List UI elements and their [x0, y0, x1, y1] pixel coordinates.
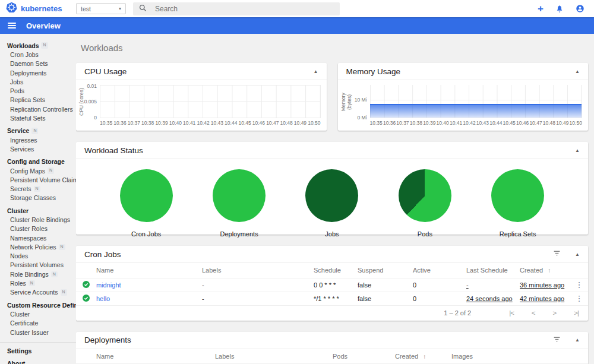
sidebar-item[interactable]: Replication Controllers	[0, 105, 76, 113]
sidebar-item[interactable]: Cluster	[0, 206, 76, 215]
pie-graph	[491, 169, 544, 222]
sidebar-item[interactable]: Ingresses	[0, 135, 76, 144]
sidebar-item[interactable]: Namespaces	[0, 233, 76, 242]
sidebar-item[interactable]: RolesN	[0, 278, 76, 287]
column-header-suspend[interactable]: Suspend	[358, 263, 413, 278]
sidebar-item[interactable]: Role BindingsN	[0, 270, 76, 278]
sidebar-item[interactable]: Services	[0, 144, 76, 153]
sidebar-item[interactable]: Settings	[0, 346, 76, 355]
filter-icon[interactable]	[553, 335, 561, 346]
namespace-value: test	[81, 5, 91, 12]
namespaced-badge: N	[61, 289, 67, 295]
x-tick: 10:38	[410, 120, 422, 126]
sidebar-item[interactable]: Deployments	[0, 68, 76, 77]
search-icon	[139, 4, 147, 14]
sidebar-item[interactable]: SecretsN	[0, 184, 76, 193]
sidebar-item[interactable]: Cluster Roles	[0, 224, 76, 233]
column-header-images[interactable]: Images	[451, 349, 570, 364]
notifications-bell-icon[interactable]	[555, 5, 564, 13]
column-header-name[interactable]: Name	[96, 263, 202, 278]
x-tick: 10:48	[543, 120, 555, 126]
pagination-last-icon[interactable]: >|	[574, 309, 579, 316]
row-menu-dots-icon[interactable]: ⋮	[570, 278, 588, 292]
x-tick: 10:50	[308, 120, 320, 126]
sidebar-item[interactable]: Cron Jobs	[0, 50, 76, 59]
sidebar-item[interactable]: About	[0, 359, 76, 364]
filter-icon[interactable]	[553, 249, 561, 259]
sidebar-item[interactable]: Nodes	[0, 252, 76, 261]
created-value[interactable]: 42 minutes ago	[520, 295, 564, 302]
sidebar-item-label: Service	[7, 127, 29, 134]
sidebar-item-label: Daemon Sets	[10, 60, 48, 67]
brand-name: kubernetes	[21, 4, 62, 13]
sidebar-item[interactable]: WorkloadsN	[0, 41, 76, 50]
y-tick: 0.005	[84, 99, 97, 105]
collapse-caret-icon[interactable]: ▲	[575, 69, 580, 74]
column-header-labels[interactable]: Labels	[215, 349, 333, 364]
column-header-labels[interactable]: Labels	[202, 263, 314, 278]
sort-ascending-icon: ↑	[423, 353, 426, 360]
pie-label: Jobs	[325, 230, 339, 238]
namespaced-badge: N	[34, 186, 40, 192]
sidebar-item[interactable]: Jobs	[0, 77, 76, 86]
column-header-created[interactable]: Created↑	[520, 263, 570, 278]
sidebar-item[interactable]: Daemon Sets	[0, 59, 76, 68]
schedule-cell: 0 0 * * *	[314, 278, 358, 292]
column-header-created[interactable]: Created↑	[395, 349, 451, 364]
last-schedule-value[interactable]: -	[466, 281, 469, 289]
kubernetes-logo-icon	[6, 2, 17, 15]
sidebar-item[interactable]: Config and Storage	[0, 157, 76, 166]
last-schedule-value[interactable]: 24 seconds ago	[466, 295, 513, 302]
sidebar-item[interactable]: Cluster Role Bindings	[0, 215, 76, 224]
column-header-active[interactable]: Active	[413, 263, 466, 278]
sidebar-item[interactable]: Certificate	[0, 319, 76, 328]
created-value[interactable]: 36 minutes ago	[520, 281, 564, 289]
collapse-caret-icon[interactable]: ▲	[575, 148, 580, 153]
sidebar-item[interactable]: Cluster	[0, 309, 76, 318]
row-menu-dots-icon[interactable]: ⋮	[570, 292, 588, 305]
cron-job-name-link[interactable]: hello	[96, 295, 110, 302]
sidebar-item[interactable]: Stateful Sets	[0, 113, 76, 122]
sidebar-item[interactable]: Storage Classes	[0, 194, 76, 202]
sidebar-item-label: Pods	[10, 87, 24, 94]
x-tick: 10:36	[383, 120, 396, 126]
namespace-selector[interactable]: test ▾	[76, 3, 126, 14]
create-resource-button[interactable]: +	[538, 4, 544, 14]
collapse-caret-icon[interactable]: ▲	[575, 337, 580, 343]
sidebar-item[interactable]: Network PoliciesN	[0, 242, 76, 251]
pagination-next-icon[interactable]: >	[553, 309, 557, 316]
x-tick: 10:45	[238, 120, 251, 126]
workload-status-title: Workload Status	[84, 146, 143, 155]
sidebar-item[interactable]: Persistent Volume ClaimsN	[0, 175, 76, 184]
sidebar-item-label: About	[7, 360, 25, 364]
sidebar-item[interactable]: Service AccountsN	[0, 288, 76, 297]
sidebar-item-label: Namespaces	[10, 235, 46, 242]
sidebar-item[interactable]: Replica Sets	[0, 96, 76, 105]
search-input[interactable]	[155, 5, 334, 13]
sidebar-main-items: WorkloadsN Cron Jobs Daemon Sets Deploym…	[0, 41, 76, 337]
account-icon[interactable]	[576, 4, 584, 13]
hamburger-menu-icon[interactable]	[8, 25, 16, 26]
namespaced-badge: N	[59, 244, 65, 250]
search-bar[interactable]	[133, 2, 340, 15]
sidebar-item[interactable]: Pods	[0, 86, 76, 95]
sidebar-item[interactable]: Cluster Issuer	[0, 328, 76, 337]
column-header-name[interactable]: Name	[96, 349, 215, 364]
sidebar-item[interactable]: Config MapsN	[0, 166, 76, 175]
kubernetes-brand[interactable]: kubernetes	[0, 2, 76, 15]
sidebar-item[interactable]: ServiceN	[0, 126, 76, 135]
collapse-caret-icon[interactable]: ▲	[314, 69, 318, 74]
cron-job-name-link[interactable]: midnight	[96, 281, 121, 289]
collapse-caret-icon[interactable]: ▲	[575, 252, 580, 257]
column-header-schedule[interactable]: Schedule	[314, 263, 358, 278]
sidebar-item[interactable]: Custom Resource Definitions	[0, 300, 76, 309]
workload-status-card: Workload Status ▲ Cron Jobs Deployments	[76, 142, 588, 235]
pagination-first-icon[interactable]: |<	[509, 309, 514, 316]
x-tick: 10:38	[141, 120, 154, 126]
column-header-last-schedule[interactable]: Last Schedule	[466, 263, 520, 278]
sidebar-item[interactable]: Persistent Volumes	[0, 261, 76, 270]
pagination-prev-icon[interactable]: <	[532, 309, 535, 316]
column-header-pods[interactable]: Pods	[333, 349, 395, 364]
sidebar-item-label: Service Accounts	[10, 289, 58, 296]
x-tick: 10:43	[211, 120, 223, 126]
